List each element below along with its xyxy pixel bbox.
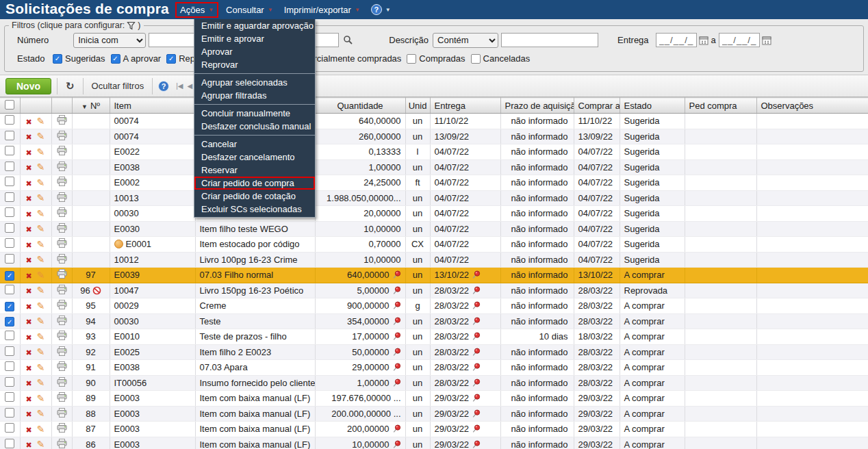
row-checkbox[interactable] bbox=[5, 439, 14, 448]
delete-icon[interactable]: ✖ bbox=[26, 410, 32, 418]
row-checkbox[interactable]: ✓ bbox=[5, 302, 14, 311]
printer-icon[interactable] bbox=[57, 238, 67, 248]
edit-pencil-icon[interactable]: ✎ bbox=[37, 208, 45, 219]
printer-icon[interactable] bbox=[57, 408, 67, 418]
menu-item-desfazer-conclus-o-manual[interactable]: Desfazer conclusão manual bbox=[194, 120, 315, 133]
table-row[interactable]: ✖✎90IT00056Insumo fornecido pelo cliente… bbox=[0, 375, 868, 391]
menu-item-criar-pedido-de-cota-o[interactable]: Criar pedido de cotação bbox=[194, 190, 315, 203]
edit-pencil-icon[interactable]: ✎ bbox=[37, 346, 45, 357]
search-icon[interactable] bbox=[343, 35, 353, 45]
table-row[interactable]: ✖✎100131.988.050,00000...un04/07/22não i… bbox=[0, 190, 868, 206]
edit-pencil-icon[interactable]: ✎ bbox=[37, 131, 45, 142]
delete-icon[interactable]: ✖ bbox=[26, 426, 32, 434]
edit-pencil-icon[interactable]: ✎ bbox=[37, 270, 45, 281]
row-checkbox[interactable] bbox=[5, 177, 14, 186]
printer-icon[interactable] bbox=[57, 423, 67, 433]
checkbox[interactable]: ✓ bbox=[111, 54, 120, 64]
table-row[interactable]: ✖✎E00220,13333l04/07/22não informado04/0… bbox=[0, 144, 868, 160]
menu-item-emitir-e-aguardar-aprova-o[interactable]: Emitir e aguardar aprovação bbox=[194, 19, 315, 32]
delete-icon[interactable]: ✖ bbox=[26, 287, 32, 295]
checkbox[interactable]: ✓ bbox=[166, 54, 176, 64]
table-row[interactable]: ✖✎91E003807.03 Apara29,00000un28/03/22nã… bbox=[0, 360, 868, 376]
printer-icon[interactable] bbox=[57, 285, 67, 294]
ocultar-filtros-button[interactable]: Ocultar filtros bbox=[89, 81, 147, 91]
printer-icon[interactable] bbox=[57, 207, 67, 217]
delete-icon[interactable]: ✖ bbox=[26, 179, 32, 188]
delete-icon[interactable]: ✖ bbox=[26, 164, 32, 172]
estado-option[interactable]: Canceladas bbox=[471, 53, 531, 64]
delete-icon[interactable]: ✖ bbox=[26, 149, 32, 157]
printer-icon[interactable] bbox=[57, 392, 67, 402]
menu-item-aprovar[interactable]: Aprovar bbox=[194, 45, 315, 58]
menubar-item-a-es[interactable]: Ações▼ bbox=[175, 2, 218, 18]
printer-icon[interactable] bbox=[57, 177, 67, 186]
printer-icon[interactable] bbox=[57, 331, 67, 340]
delete-icon[interactable]: ✖ bbox=[26, 364, 32, 372]
printer-icon[interactable] bbox=[57, 361, 67, 371]
menu-item-reprovar[interactable]: Reprovar bbox=[194, 58, 315, 71]
table-row[interactable]: ✖✎92E0025Item filho 2 E002350,00000un28/… bbox=[0, 344, 868, 360]
delete-icon[interactable]: ✖ bbox=[26, 210, 32, 218]
delete-icon[interactable]: ✖ bbox=[26, 194, 32, 203]
printer-icon[interactable] bbox=[57, 316, 67, 325]
delete-icon[interactable]: ✖ bbox=[26, 441, 32, 449]
row-checkbox[interactable] bbox=[5, 223, 14, 233]
header-unid[interactable]: Unid bbox=[405, 98, 430, 114]
delete-icon[interactable]: ✖ bbox=[26, 256, 32, 264]
printer-icon[interactable] bbox=[57, 192, 67, 202]
row-checkbox[interactable] bbox=[5, 331, 14, 340]
menu-item-desfazer-cancelamento[interactable]: Desfazer cancelamento bbox=[194, 151, 315, 164]
edit-pencil-icon[interactable]: ✎ bbox=[37, 116, 45, 127]
menubar-item-consultar[interactable]: Consultar▼ bbox=[226, 5, 273, 15]
menu-item-excluir-scs-selecionadas[interactable]: Excluir SCs selecionadas bbox=[194, 203, 315, 216]
table-row[interactable]: ✖✎9610047Livro 150pg 16-23 Poético5,0000… bbox=[0, 283, 868, 298]
table-row[interactable]: ✖✎E00381,00000un04/07/22não informado04/… bbox=[0, 159, 868, 175]
printer-icon[interactable] bbox=[57, 162, 67, 171]
row-checkbox[interactable] bbox=[5, 254, 14, 264]
menu-item-reservar[interactable]: Reservar bbox=[194, 164, 315, 177]
help-icon[interactable]: ? bbox=[158, 81, 169, 92]
edit-pencil-icon[interactable]: ✎ bbox=[37, 192, 45, 203]
printer-icon[interactable] bbox=[57, 346, 67, 356]
menu-item-cancelar[interactable]: Cancelar bbox=[194, 138, 315, 151]
help-icon[interactable]: ? bbox=[371, 4, 382, 15]
estado-option[interactable]: Compradas bbox=[407, 53, 465, 64]
edit-pencil-icon[interactable]: ✎ bbox=[37, 162, 45, 172]
table-row[interactable]: ✖✎88E0003Item com baixa manual (LF)200.0… bbox=[0, 406, 868, 422]
printer-icon[interactable] bbox=[57, 377, 67, 387]
table-row[interactable]: ✖✎93E0010Teste de prazos - filho17,00000… bbox=[0, 329, 868, 345]
delete-icon[interactable]: ✖ bbox=[26, 303, 32, 311]
menubar-help[interactable]: ?▼ bbox=[371, 4, 391, 15]
menu-item-emitir-e-aprovar[interactable]: Emitir e aprovar bbox=[194, 32, 315, 45]
printer-icon[interactable] bbox=[57, 115, 67, 125]
table-row[interactable]: ✖✎E0001Item estocado por código0,70000CX… bbox=[0, 237, 868, 253]
header-entrega[interactable]: Entrega bbox=[430, 98, 500, 114]
row-checkbox[interactable] bbox=[5, 115, 14, 125]
delete-icon[interactable]: ✖ bbox=[26, 395, 32, 403]
table-row[interactable]: ✓✖✎9500029Creme900,00000g28/03/22não inf… bbox=[0, 298, 868, 314]
menu-item-concluir-manualmente[interactable]: Concluir manualmente bbox=[194, 107, 315, 120]
edit-pencil-icon[interactable]: ✎ bbox=[37, 254, 45, 265]
delete-icon[interactable]: ✖ bbox=[26, 333, 32, 342]
delete-icon[interactable]: ✖ bbox=[26, 318, 32, 326]
table-row[interactable]: ✖✎00074260,00000un13/09/22não informado1… bbox=[0, 129, 868, 144]
printer-icon[interactable] bbox=[57, 269, 67, 279]
table-row[interactable]: ✖✎E000224,25000ft04/07/22não informado04… bbox=[0, 175, 868, 191]
edit-pencil-icon[interactable]: ✎ bbox=[37, 146, 45, 157]
edit-pencil-icon[interactable]: ✎ bbox=[37, 408, 45, 419]
printer-icon[interactable] bbox=[57, 223, 67, 233]
pagination-first-icon[interactable]: |◀ bbox=[176, 82, 183, 90]
menubar-item-imprimir-exportar[interactable]: Imprimir/exportar▼ bbox=[284, 5, 360, 15]
row-checkbox[interactable] bbox=[5, 131, 14, 140]
header-qty[interactable]: Quantidade bbox=[315, 98, 405, 114]
delete-icon[interactable]: ✖ bbox=[26, 133, 32, 141]
delete-icon[interactable]: ✖ bbox=[26, 118, 32, 126]
edit-pencil-icon[interactable]: ✎ bbox=[37, 239, 45, 250]
row-checkbox[interactable] bbox=[5, 346, 14, 356]
refresh-icon[interactable]: ↻ bbox=[63, 80, 77, 92]
edit-pencil-icon[interactable]: ✎ bbox=[37, 393, 45, 404]
delete-icon[interactable]: ✖ bbox=[26, 225, 32, 233]
row-checkbox[interactable] bbox=[5, 408, 14, 418]
delete-icon[interactable]: ✖ bbox=[26, 241, 32, 249]
pagination-prev-icon[interactable]: ◀ bbox=[187, 82, 192, 90]
